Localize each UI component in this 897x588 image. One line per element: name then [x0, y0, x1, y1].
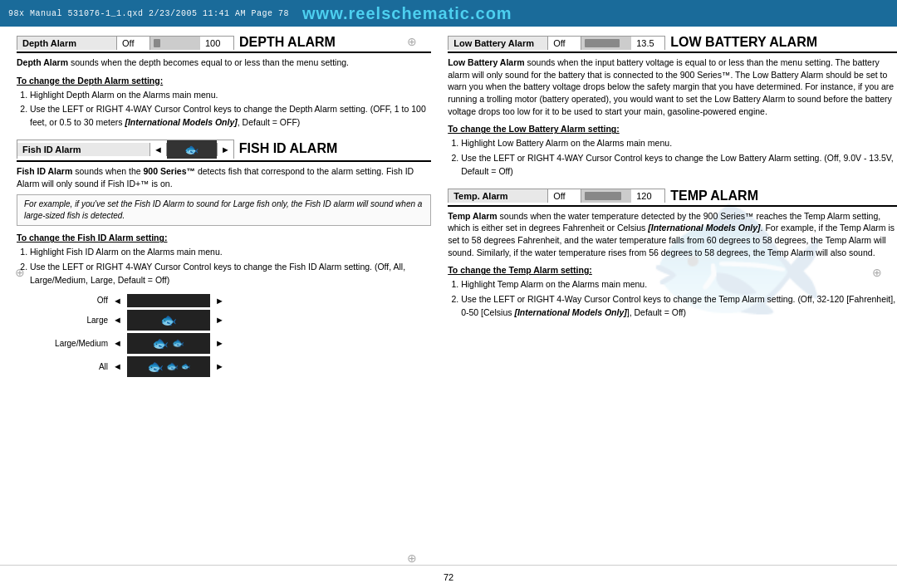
- low-battery-step2: Use the LEFT or RIGHT 4-WAY Cursor Contr…: [461, 152, 897, 179]
- fish-row-large-medium: Large/Medium ◄ 🐟 🐟 ►: [50, 333, 431, 354]
- low-battery-alarm-slider: [581, 37, 631, 50]
- temp-alarm-slider: [581, 189, 631, 203]
- fish-id-alarm-section: Fish ID Alarm ◄ 🐟 ► FISH ID ALARM Fish I…: [17, 140, 431, 377]
- page-number: 72: [444, 572, 453, 582]
- footer: 72: [0, 565, 897, 588]
- depth-alarm-label: Depth Alarm: [17, 37, 117, 50]
- low-battery-alarm-value: 13.5: [631, 37, 664, 50]
- fish-id-alarm-label: Fish ID Alarm: [17, 143, 150, 156]
- temp-alarm-label: Temp. Alarm: [448, 189, 548, 203]
- depth-alarm-steps: Highlight Depth Alarm on the Alarms main…: [17, 89, 431, 130]
- fish-id-alarm-header-row: Fish ID Alarm ◄ 🐟 ► FISH ID ALARM: [17, 140, 431, 162]
- low-battery-steps: Highlight Low Battery Alarm on the Alarm…: [448, 137, 897, 178]
- low-battery-description: Low Battery Alarm sounds when the input …: [448, 56, 897, 117]
- temp-alarm-change-heading: To change the Temp Alarm setting:: [448, 265, 897, 275]
- fish-row-all: All ◄ 🐟 🐟 🐟 ►: [50, 356, 431, 377]
- logo-prefix: www.: [302, 4, 348, 22]
- temp-alarm-step2: Use the LEFT or RIGHT 4-Way Cursor Contr…: [461, 293, 897, 320]
- temp-alarm-value: 120: [631, 189, 664, 203]
- depth-alarm-step2: Use the LEFT or RIGHT 4-WAY Cursor Contr…: [30, 103, 431, 130]
- temp-alarm-header-row: Temp. Alarm Off 120 TEMP ALARM: [448, 189, 897, 207]
- fish-box-off: [127, 294, 210, 307]
- fish-display-table: Off ◄ ► Large ◄ 🐟 ► Large/Medium ◄: [50, 294, 431, 377]
- logo-suffix: .com: [470, 4, 512, 22]
- low-battery-change-heading: To change the Low Battery Alarm setting:: [448, 124, 897, 134]
- fish-id-right-arrow: ►: [217, 143, 233, 156]
- main-content: Depth Alarm Off 100 DEPTH ALARM Depth Al…: [0, 27, 897, 565]
- depth-alarm-section: Depth Alarm Off 100 DEPTH ALARM Depth Al…: [17, 35, 431, 130]
- low-battery-alarm-title: LOW BATTERY ALARM: [670, 35, 817, 50]
- right-column: Low Battery Alarm Off 13.5 LOW BATTERY A…: [448, 35, 897, 556]
- temp-alarm-section: Temp. Alarm Off 120 TEMP ALARM Temp Alar…: [448, 189, 897, 320]
- depth-alarm-description: Depth Alarm sounds when the depth become…: [17, 56, 431, 69]
- temp-alarm-step1: Highlight Temp Alarm on the Alarms main …: [461, 278, 897, 292]
- fish-id-description: Fish ID Alarm sounds when the 900 Series…: [17, 165, 431, 189]
- fish-row-off: Off ◄ ►: [50, 294, 431, 307]
- low-battery-alarm-header-row: Low Battery Alarm Off 13.5 LOW BATTERY A…: [448, 35, 897, 53]
- temp-alarm-description: Temp Alarm sounds when the water tempera…: [448, 210, 897, 259]
- depth-alarm-change-heading: To change the Depth Alarm setting:: [17, 76, 431, 86]
- depth-alarm-step1: Highlight Depth Alarm on the Alarms main…: [30, 89, 431, 102]
- temp-alarm-status: Off: [548, 189, 581, 203]
- fish-id-left-arrow: ◄: [150, 143, 167, 156]
- fish-id-note: For example, if you've set the Fish ID A…: [17, 194, 431, 226]
- header: 98x Manual 531076-1_1.qxd 2/23/2005 11:4…: [0, 0, 897, 27]
- low-battery-alarm-status: Off: [548, 37, 581, 50]
- logo-main: reelschematic: [349, 4, 470, 22]
- fish-id-slider: 🐟: [167, 140, 217, 159]
- logo: www.reelschematic.com: [302, 4, 512, 23]
- depth-alarm-status: Off: [117, 37, 150, 50]
- low-battery-alarm-label: Low Battery Alarm: [448, 37, 548, 50]
- depth-alarm-header-row: Depth Alarm Off 100 DEPTH ALARM: [17, 35, 431, 53]
- file-info: 98x Manual 531076-1_1.qxd 2/23/2005 11:4…: [8, 9, 289, 18]
- depth-alarm-title: DEPTH ALARM: [239, 35, 336, 50]
- fish-id-alarm-title: FISH ID ALARM: [239, 141, 338, 156]
- fish-row-large: Large ◄ 🐟 ►: [50, 310, 431, 331]
- left-column: Depth Alarm Off 100 DEPTH ALARM Depth Al…: [17, 35, 431, 556]
- fish-id-step1: Highlight Fish ID Alarm on the Alarms ma…: [30, 246, 431, 259]
- low-battery-alarm-section: Low Battery Alarm Off 13.5 LOW BATTERY A…: [448, 35, 897, 179]
- temp-alarm-title: TEMP ALARM: [670, 189, 758, 203]
- fish-box-large-medium: 🐟 🐟: [127, 333, 210, 354]
- temp-alarm-steps: Highlight Temp Alarm on the Alarms main …: [448, 278, 897, 319]
- fish-box-all: 🐟 🐟 🐟: [127, 356, 210, 377]
- fish-box-large: 🐟: [127, 310, 210, 331]
- fish-id-step2: Use the LEFT or RIGHT 4-WAY Cursor Contr…: [30, 261, 431, 287]
- depth-alarm-slider: [150, 37, 200, 50]
- fish-id-steps: Highlight Fish ID Alarm on the Alarms ma…: [17, 246, 431, 287]
- low-battery-step1: Highlight Low Battery Alarm on the Alarm…: [461, 137, 897, 150]
- fish-id-change-heading: To change the Fish ID Alarm setting:: [17, 233, 431, 243]
- depth-alarm-value: 100: [200, 37, 233, 50]
